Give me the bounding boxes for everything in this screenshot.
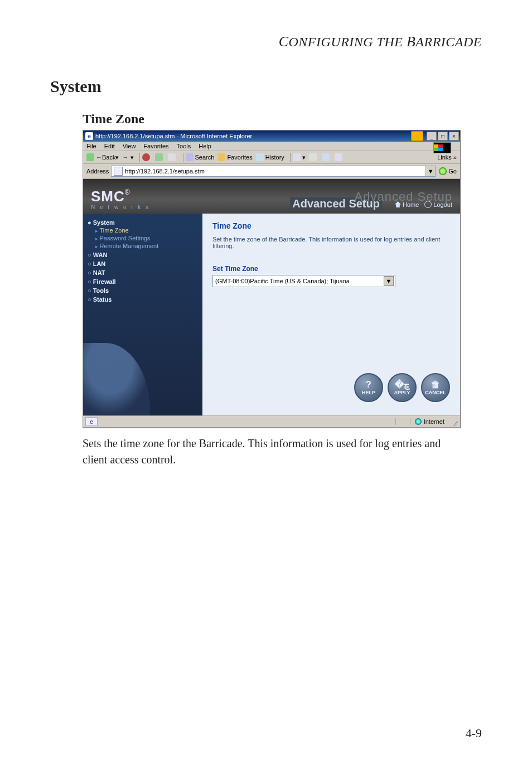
print-icon	[309, 153, 317, 161]
sidebar-group-status[interactable]: Status	[88, 296, 197, 303]
sidebar-group-nat[interactable]: NAT	[88, 269, 197, 276]
sidebar-group-wan[interactable]: WAN	[88, 251, 197, 258]
app-header: SMC® N e t w o r k s Advanced Setup Adva…	[83, 179, 460, 214]
discuss-button[interactable]	[335, 153, 344, 161]
sidebar-item-time-zone[interactable]: Time Zone	[95, 227, 197, 234]
address-input[interactable]: http://192.168.2.1/setupa.stm	[111, 166, 426, 177]
page-icon	[114, 167, 123, 176]
globe-icon	[415, 418, 422, 425]
time-zone-select[interactable]: (GMT-08:00)Pacific Time (US & Canada); T…	[212, 275, 395, 287]
address-value: http://192.168.2.1/setupa.stm	[125, 168, 204, 175]
links-button[interactable]: Links »	[437, 154, 457, 161]
sidebar-decorative-image	[83, 343, 150, 415]
content-heading: Time Zone	[212, 221, 450, 230]
print-button[interactable]	[309, 153, 318, 161]
action-buttons: ? HELP �ڇ APPLY 🗑 CANCEL	[354, 373, 450, 402]
stop-icon	[142, 153, 150, 161]
cancel-button[interactable]: 🗑 CANCEL	[421, 373, 450, 402]
sidebar-group-lan[interactable]: LAN	[88, 260, 197, 267]
ie-icon: e	[85, 132, 93, 140]
status-bar: e Internet	[83, 415, 460, 427]
back-arrow-icon	[86, 153, 94, 161]
status-zone-label: Internet	[424, 418, 444, 425]
home-icon	[168, 153, 176, 161]
back-button[interactable]: ← Back ▾	[86, 153, 119, 161]
header-ghost-text: Advanced Setup	[290, 190, 452, 204]
favorites-button[interactable]: Favorites	[217, 153, 252, 161]
time-zone-selected-value: (GMT-08:00)Pacific Time (US & Canada); T…	[215, 278, 350, 284]
status-page-icon: e	[85, 417, 98, 426]
refresh-button[interactable]	[155, 153, 165, 161]
resize-grip-icon[interactable]	[449, 417, 458, 426]
running-head: CONFIGURING THE BARRICADE	[50, 33, 482, 50]
search-button[interactable]: Search	[186, 153, 215, 161]
go-button[interactable]: Go	[439, 167, 457, 175]
sidebar-item-password-settings[interactable]: Password Settings	[95, 235, 197, 241]
section-heading: System	[50, 77, 482, 96]
chevron-down-icon: ▼	[384, 276, 394, 286]
sidebar-group-system[interactable]: System	[88, 219, 197, 226]
home-button[interactable]	[168, 153, 177, 161]
status-empty-section	[395, 418, 410, 425]
go-icon	[439, 167, 447, 175]
status-zone-section: Internet	[410, 418, 449, 425]
sidebar: System Time Zone Password Settings Remot…	[83, 214, 202, 415]
mail-button[interactable]: ▾	[293, 153, 306, 161]
sidebar-item-remote-management[interactable]: Remote Management	[95, 243, 197, 249]
history-icon	[256, 153, 264, 161]
screenshot-browser-window: e http://192.168.2.1/setupa.stm - Micros…	[83, 130, 461, 428]
minimize-button[interactable]: _	[427, 132, 437, 141]
subsection-heading: Time Zone	[83, 112, 482, 127]
maximize-button[interactable]: □	[438, 132, 448, 141]
content-description: Set the time zone of the Barricade. This…	[212, 236, 447, 249]
favorites-icon	[217, 153, 225, 161]
forward-button[interactable]: → ▾	[122, 154, 133, 161]
address-bar: Address http://192.168.2.1/setupa.stm ▼ …	[83, 164, 460, 179]
refresh-icon	[155, 153, 163, 161]
sidebar-group-tools[interactable]: Tools	[88, 287, 197, 294]
menu-view[interactable]: View	[123, 143, 136, 149]
window-title: http://192.168.2.1/setupa.stm - Microsof…	[95, 133, 411, 139]
content-panel: Time Zone Set the time zone of the Barri…	[202, 214, 460, 415]
address-label: Address	[86, 168, 109, 175]
apply-icon: �ڇ	[395, 380, 409, 389]
history-button[interactable]: History	[256, 153, 284, 161]
discuss-icon	[335, 153, 342, 161]
address-dropdown-button[interactable]: ▼	[426, 166, 436, 177]
set-time-zone-label: Set Time Zone	[212, 265, 450, 273]
help-button[interactable]: ? HELP	[354, 373, 383, 402]
edit-icon	[322, 153, 330, 161]
search-icon	[186, 153, 194, 161]
close-button[interactable]: ×	[449, 132, 459, 141]
help-icon: ?	[366, 380, 371, 389]
running-head-text: CONFIGURING THE BARRICADE	[279, 35, 482, 49]
menu-file[interactable]: File	[86, 143, 96, 149]
menu-edit[interactable]: Edit	[104, 143, 115, 149]
apply-button[interactable]: �ڇ APPLY	[388, 373, 417, 402]
mail-icon	[293, 153, 301, 161]
app-body: System Time Zone Password Settings Remot…	[83, 214, 460, 415]
brand-subtitle: N e t w o r k s	[91, 205, 150, 210]
brand-logo: SMC® N e t w o r k s	[91, 189, 150, 210]
body-paragraph: Sets the time zone for the Barricade. Th…	[83, 436, 462, 468]
realplayer-icon[interactable]	[411, 131, 423, 141]
menu-bar: File Edit View Favorites Tools Help	[83, 142, 460, 151]
cancel-icon: 🗑	[431, 380, 440, 389]
edit-button[interactable]	[322, 153, 331, 161]
menu-favorites[interactable]: Favorites	[143, 143, 168, 149]
ie-throbber-icon	[433, 142, 451, 153]
menu-help[interactable]: Help	[199, 143, 211, 149]
stop-button[interactable]	[142, 153, 152, 161]
window-titlebar: e http://192.168.2.1/setupa.stm - Micros…	[83, 130, 460, 142]
menu-tools[interactable]: Tools	[177, 143, 191, 149]
sidebar-group-firewall[interactable]: Firewall	[88, 278, 197, 285]
page-number: 4-9	[466, 726, 482, 741]
toolbar: ← Back ▾ → ▾ Search Favorites History ▾ …	[83, 151, 460, 164]
brand-name: SMC	[91, 188, 125, 205]
